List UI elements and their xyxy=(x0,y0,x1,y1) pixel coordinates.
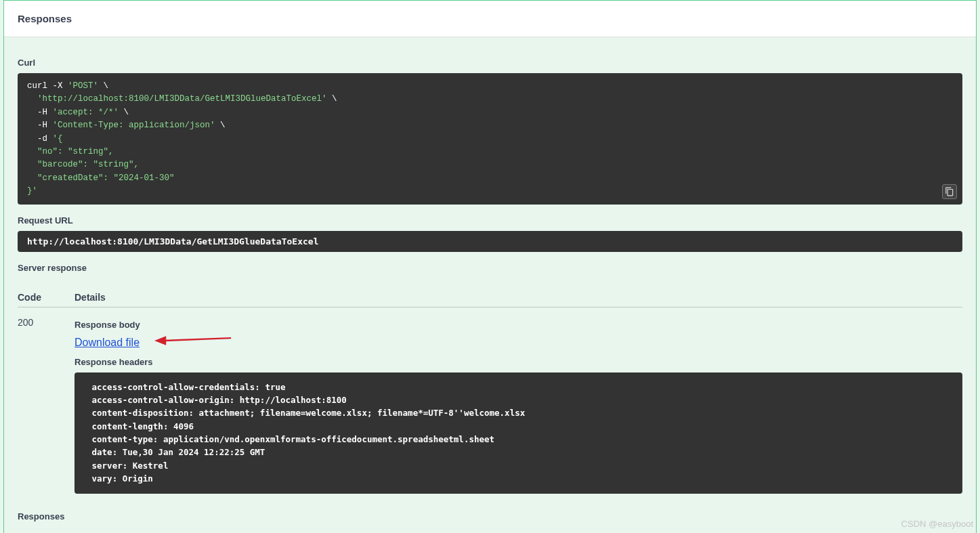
clipboard-icon xyxy=(945,187,954,196)
download-row: Download file xyxy=(74,334,962,354)
copy-curl-button[interactable] xyxy=(942,184,957,199)
response-body-label: Response body xyxy=(74,320,962,330)
curl-seg: \ xyxy=(215,121,226,130)
response-status-code: 200 xyxy=(18,317,74,500)
column-code-header: Code xyxy=(18,292,74,303)
responses-section-header: Responses xyxy=(4,1,976,37)
svg-marker-1 xyxy=(154,337,166,345)
swagger-operation-panel: Responses Curl curl -X 'POST' \ 'http://… xyxy=(3,0,977,533)
arrow-left-icon xyxy=(154,333,232,349)
curl-seg: 'accept: */*' xyxy=(53,108,119,117)
annotation-arrow xyxy=(154,333,232,351)
curl-seg: }' xyxy=(27,186,37,196)
curl-seg: 'POST' xyxy=(68,81,98,91)
server-response-row: 200 Response body Download file Response… xyxy=(18,307,962,500)
server-response-label: Server response xyxy=(18,263,962,273)
curl-seg: -H xyxy=(27,108,53,117)
curl-seg xyxy=(27,94,37,104)
responses-title: Responses xyxy=(18,13,962,24)
curl-seg: -d xyxy=(27,134,53,144)
curl-label: Curl xyxy=(18,58,962,68)
curl-seg: "createdDate": "2024-01-30" xyxy=(27,173,175,183)
response-headers-label: Response headers xyxy=(74,357,962,367)
curl-seg: \ xyxy=(98,81,108,91)
request-url-value: http://localhost:8100/LMI3DData/GetLMI3D… xyxy=(18,231,962,252)
download-file-link[interactable]: Download file xyxy=(74,337,140,349)
curl-seg: 'Content-Type: application/json' xyxy=(53,121,215,130)
curl-seg: "no": "string", xyxy=(27,147,114,156)
curl-seg: 'http://localhost:8100/LMI3DData/GetLMI3… xyxy=(37,94,327,104)
svg-line-0 xyxy=(164,339,231,341)
server-response-table-header: Code Details xyxy=(18,285,962,307)
curl-code-block: curl -X 'POST' \ 'http://localhost:8100/… xyxy=(18,73,962,205)
column-details-header: Details xyxy=(74,292,962,303)
curl-seg: \ xyxy=(119,108,129,117)
curl-seg: -H xyxy=(27,121,53,130)
responses-subsection-label: Responses xyxy=(18,511,962,521)
request-url-label: Request URL xyxy=(18,215,962,226)
response-headers-block: access-control-allow-credentials: true a… xyxy=(74,372,962,494)
responses-body: Curl curl -X 'POST' \ 'http://localhost:… xyxy=(4,37,976,533)
response-details: Response body Download file Response hea… xyxy=(74,317,962,500)
curl-seg: \ xyxy=(327,94,337,104)
curl-seg: "barcode": "string", xyxy=(27,160,139,169)
curl-seg: curl -X xyxy=(27,81,68,91)
curl-seg: '{ xyxy=(53,134,63,144)
